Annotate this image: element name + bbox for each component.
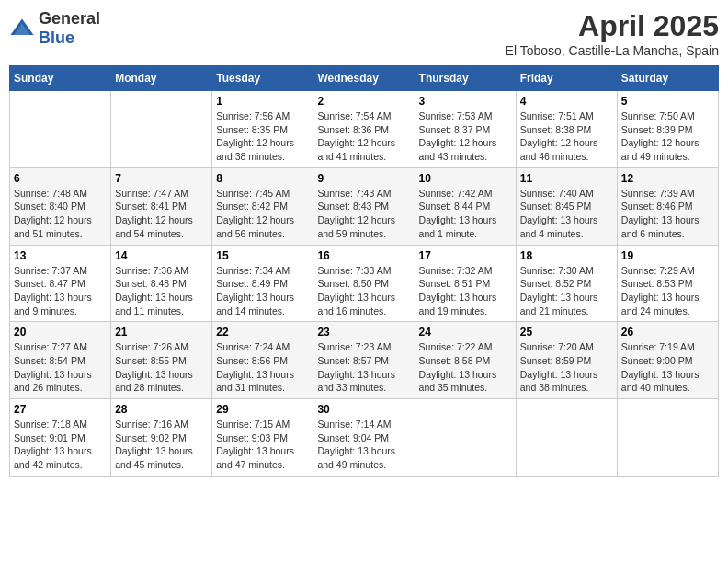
calendar-cell: 2Sunrise: 7:54 AM Sunset: 8:36 PM Daylig… <box>313 91 415 168</box>
calendar-week-3: 13Sunrise: 7:37 AM Sunset: 8:47 PM Dayli… <box>10 245 719 322</box>
day-detail: Sunrise: 7:26 AM Sunset: 8:55 PM Dayligh… <box>115 340 208 395</box>
day-detail: Sunrise: 7:33 AM Sunset: 8:50 PM Dayligh… <box>317 264 410 318</box>
calendar-cell: 13Sunrise: 7:37 AM Sunset: 8:47 PM Dayli… <box>10 245 111 322</box>
day-detail: Sunrise: 7:42 AM Sunset: 8:44 PM Dayligh… <box>419 187 512 241</box>
day-detail: Sunrise: 7:43 AM Sunset: 8:43 PM Dayligh… <box>317 187 410 241</box>
day-detail: Sunrise: 7:45 AM Sunset: 8:42 PM Dayligh… <box>216 187 309 241</box>
day-number: 6 <box>14 172 107 185</box>
calendar-table: SundayMondayTuesdayWednesdayThursdayFrid… <box>9 65 719 477</box>
calendar-cell: 19Sunrise: 7:29 AM Sunset: 8:53 PM Dayli… <box>617 245 718 322</box>
calendar-cell: 29Sunrise: 7:15 AM Sunset: 9:03 PM Dayli… <box>212 399 313 477</box>
calendar-cell: 3Sunrise: 7:53 AM Sunset: 8:37 PM Daylig… <box>415 91 516 168</box>
calendar-cell <box>415 399 516 477</box>
calendar-cell: 11Sunrise: 7:40 AM Sunset: 8:45 PM Dayli… <box>516 167 617 245</box>
day-detail: Sunrise: 7:50 AM Sunset: 8:39 PM Dayligh… <box>621 109 714 164</box>
calendar-week-1: 1Sunrise: 7:56 AM Sunset: 8:35 PM Daylig… <box>10 91 719 168</box>
calendar-cell: 7Sunrise: 7:47 AM Sunset: 8:41 PM Daylig… <box>111 167 212 245</box>
calendar-cell: 10Sunrise: 7:42 AM Sunset: 8:44 PM Dayli… <box>415 167 516 245</box>
subtitle: El Toboso, Castille-La Mancha, Spain <box>506 43 719 58</box>
day-number: 3 <box>419 95 512 108</box>
day-detail: Sunrise: 7:34 AM Sunset: 8:49 PM Dayligh… <box>216 264 309 318</box>
weekday-header-thursday: Thursday <box>415 66 516 91</box>
calendar-cell <box>617 399 718 477</box>
day-number: 15 <box>216 249 309 262</box>
day-number: 26 <box>621 326 714 339</box>
day-number: 25 <box>520 326 613 339</box>
calendar-cell: 14Sunrise: 7:36 AM Sunset: 8:48 PM Dayli… <box>111 245 212 322</box>
calendar-week-5: 27Sunrise: 7:18 AM Sunset: 9:01 PM Dayli… <box>10 399 719 477</box>
day-number: 27 <box>14 403 107 416</box>
day-detail: Sunrise: 7:56 AM Sunset: 8:35 PM Dayligh… <box>216 109 309 164</box>
calendar-cell: 9Sunrise: 7:43 AM Sunset: 8:43 PM Daylig… <box>313 167 415 245</box>
day-number: 4 <box>520 95 613 108</box>
day-detail: Sunrise: 7:47 AM Sunset: 8:41 PM Dayligh… <box>115 187 208 241</box>
day-number: 28 <box>115 403 208 416</box>
day-number: 7 <box>115 172 208 185</box>
title-area: April 2025 El Toboso, Castille-La Mancha… <box>506 9 719 58</box>
day-detail: Sunrise: 7:18 AM Sunset: 9:01 PM Dayligh… <box>14 418 107 472</box>
weekday-header-wednesday: Wednesday <box>313 66 415 91</box>
logo-text: General Blue <box>39 9 100 48</box>
day-detail: Sunrise: 7:40 AM Sunset: 8:45 PM Dayligh… <box>520 187 613 241</box>
day-detail: Sunrise: 7:51 AM Sunset: 8:38 PM Dayligh… <box>520 109 613 164</box>
day-detail: Sunrise: 7:29 AM Sunset: 8:53 PM Dayligh… <box>621 264 714 318</box>
day-detail: Sunrise: 7:22 AM Sunset: 8:58 PM Dayligh… <box>419 340 512 395</box>
day-number: 20 <box>14 326 107 339</box>
day-number: 19 <box>621 249 714 262</box>
calendar-cell <box>10 91 111 168</box>
calendar-cell: 18Sunrise: 7:30 AM Sunset: 8:52 PM Dayli… <box>516 245 617 322</box>
day-number: 11 <box>520 172 613 185</box>
day-number: 16 <box>317 249 410 262</box>
weekday-header-sunday: Sunday <box>10 66 111 91</box>
calendar-cell: 23Sunrise: 7:23 AM Sunset: 8:57 PM Dayli… <box>313 322 415 399</box>
day-detail: Sunrise: 7:32 AM Sunset: 8:51 PM Dayligh… <box>419 264 512 318</box>
day-detail: Sunrise: 7:14 AM Sunset: 9:04 PM Dayligh… <box>317 418 410 472</box>
weekday-header-row: SundayMondayTuesdayWednesdayThursdayFrid… <box>10 66 719 91</box>
day-number: 30 <box>317 403 410 416</box>
day-detail: Sunrise: 7:39 AM Sunset: 8:46 PM Dayligh… <box>621 187 714 241</box>
calendar-cell: 16Sunrise: 7:33 AM Sunset: 8:50 PM Dayli… <box>313 245 415 322</box>
calendar-cell: 20Sunrise: 7:27 AM Sunset: 8:54 PM Dayli… <box>10 322 111 399</box>
header: General Blue April 2025 El Toboso, Casti… <box>9 9 719 58</box>
day-detail: Sunrise: 7:30 AM Sunset: 8:52 PM Dayligh… <box>520 264 613 318</box>
weekday-header-saturday: Saturday <box>617 66 718 91</box>
day-number: 13 <box>14 249 107 262</box>
calendar-cell <box>111 91 212 168</box>
calendar-cell: 21Sunrise: 7:26 AM Sunset: 8:55 PM Dayli… <box>111 322 212 399</box>
day-number: 29 <box>216 403 309 416</box>
day-detail: Sunrise: 7:15 AM Sunset: 9:03 PM Dayligh… <box>216 418 309 472</box>
logo-icon <box>9 16 35 41</box>
calendar-cell: 8Sunrise: 7:45 AM Sunset: 8:42 PM Daylig… <box>212 167 313 245</box>
day-number: 23 <box>317 326 410 339</box>
calendar-cell: 30Sunrise: 7:14 AM Sunset: 9:04 PM Dayli… <box>313 399 415 477</box>
day-number: 2 <box>317 95 410 108</box>
day-detail: Sunrise: 7:54 AM Sunset: 8:36 PM Dayligh… <box>317 109 410 164</box>
calendar-cell: 5Sunrise: 7:50 AM Sunset: 8:39 PM Daylig… <box>617 91 718 168</box>
day-detail: Sunrise: 7:24 AM Sunset: 8:56 PM Dayligh… <box>216 340 309 395</box>
day-number: 21 <box>115 326 208 339</box>
day-number: 14 <box>115 249 208 262</box>
day-number: 12 <box>621 172 714 185</box>
day-detail: Sunrise: 7:20 AM Sunset: 8:59 PM Dayligh… <box>520 340 613 395</box>
calendar-week-4: 20Sunrise: 7:27 AM Sunset: 8:54 PM Dayli… <box>10 322 719 399</box>
calendar-cell: 25Sunrise: 7:20 AM Sunset: 8:59 PM Dayli… <box>516 322 617 399</box>
day-number: 17 <box>419 249 512 262</box>
calendar-cell: 27Sunrise: 7:18 AM Sunset: 9:01 PM Dayli… <box>10 399 111 477</box>
day-detail: Sunrise: 7:37 AM Sunset: 8:47 PM Dayligh… <box>14 264 107 318</box>
calendar-week-2: 6Sunrise: 7:48 AM Sunset: 8:40 PM Daylig… <box>10 167 719 245</box>
day-number: 10 <box>419 172 512 185</box>
calendar-cell: 1Sunrise: 7:56 AM Sunset: 8:35 PM Daylig… <box>212 91 313 168</box>
calendar-cell: 15Sunrise: 7:34 AM Sunset: 8:49 PM Dayli… <box>212 245 313 322</box>
day-detail: Sunrise: 7:36 AM Sunset: 8:48 PM Dayligh… <box>115 264 208 318</box>
calendar-cell: 22Sunrise: 7:24 AM Sunset: 8:56 PM Dayli… <box>212 322 313 399</box>
day-number: 8 <box>216 172 309 185</box>
calendar-cell: 12Sunrise: 7:39 AM Sunset: 8:46 PM Dayli… <box>617 167 718 245</box>
calendar-cell: 6Sunrise: 7:48 AM Sunset: 8:40 PM Daylig… <box>10 167 111 245</box>
day-number: 24 <box>419 326 512 339</box>
calendar-cell: 28Sunrise: 7:16 AM Sunset: 9:02 PM Dayli… <box>111 399 212 477</box>
calendar-cell <box>516 399 617 477</box>
main-title: April 2025 <box>506 9 719 43</box>
calendar-cell: 24Sunrise: 7:22 AM Sunset: 8:58 PM Dayli… <box>415 322 516 399</box>
weekday-header-friday: Friday <box>516 66 617 91</box>
logo: General Blue <box>9 9 100 48</box>
